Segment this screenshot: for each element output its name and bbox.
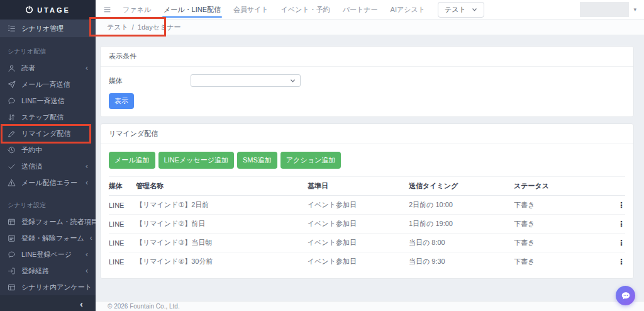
media-cell: LINE: [109, 252, 136, 271]
name-cell: 【リマインド④】30分前: [136, 252, 308, 271]
sidebar-item-s2-5[interactable]: シナリオ内アンケート: [0, 279, 96, 295]
sidebar-item-s1-5[interactable]: リマインダ配信: [0, 125, 96, 142]
sidebar-item-label: LINE登録ページ: [21, 250, 72, 259]
topnav-tab-2[interactable]: メール・LINE配信: [157, 0, 227, 20]
kebab-menu-icon[interactable]: ⋮: [618, 196, 625, 215]
name-cell: 【リマインド③】当日朝: [136, 234, 308, 252]
basedate-cell: イベント参加日: [308, 196, 409, 215]
reminder-card: リマインダ配信 メール追加LINEメッセージ追加SMS追加アクション追加 媒体管…: [100, 123, 634, 279]
add-button-4[interactable]: アクション追加: [280, 152, 341, 169]
media-field-label: 媒体: [109, 76, 191, 86]
logo[interactable]: UTAGE: [0, 0, 96, 20]
breadcrumb-page: 1dayセミナー: [138, 23, 181, 32]
media-cell: LINE: [109, 215, 136, 234]
kebab-menu-icon[interactable]: ⋮: [618, 252, 625, 271]
breadcrumb: テスト / 1dayセミナー: [96, 20, 644, 35]
pencil-icon: [8, 130, 16, 138]
show-button[interactable]: 表示: [109, 93, 134, 109]
sidebar-item-label: ステップ配信: [21, 113, 64, 122]
chevron-left-icon: ‹: [86, 251, 88, 258]
history-icon: [8, 146, 16, 154]
chevron-left-icon: ‹: [90, 234, 92, 242]
breadcrumb-separator: /: [132, 23, 134, 31]
sidebar-item-label: メール一斉送信: [21, 80, 70, 89]
list-icon: [8, 25, 16, 33]
sidebar-section-title: シナリオ設定: [0, 191, 96, 213]
topnav-tab-1[interactable]: ファネル: [116, 0, 157, 20]
sidebar-item-s1-6[interactable]: 予約中: [0, 142, 96, 158]
basedate-cell: イベント参加日: [308, 252, 409, 271]
topnav-tab-5[interactable]: パートナー: [336, 0, 384, 20]
sidebar-item-s2-4[interactable]: 登録経路‹: [0, 263, 96, 279]
chevron-down-icon: [472, 7, 477, 13]
sidebar-item-label: 送信済: [21, 162, 42, 171]
table-header: 管理名称: [136, 177, 308, 196]
sidebar-item-s1-8[interactable]: メール配信エラー‹: [0, 174, 96, 191]
sidebar-item-s1-4[interactable]: ステップ配信: [0, 109, 96, 125]
sidebar-item-s1-1[interactable]: 読者‹: [0, 60, 96, 76]
send-icon: [8, 81, 16, 89]
table-header-actions: [618, 177, 625, 196]
app-root: UTAGE シナリオ管理 シナリオ配信読者‹メール一斉送信LINE一斉送信ステッ…: [0, 0, 644, 311]
chevron-down-icon: [290, 78, 296, 84]
add-buttons-row: メール追加LINEメッセージ追加SMS追加アクション追加: [109, 152, 625, 169]
chat-support-button[interactable]: [616, 286, 635, 305]
sidebar-item-label: メール配信エラー: [21, 178, 77, 188]
scenario-selector-button[interactable]: テスト: [438, 2, 484, 18]
filter-card-title: 表示条件: [101, 47, 633, 67]
media-cell: LINE: [109, 196, 136, 215]
sidebar-item-s2-1[interactable]: 登録フォーム・読者項目: [0, 213, 96, 230]
sidebar-item-s1-3[interactable]: LINE一斉送信: [0, 93, 96, 109]
status-cell: 下書き: [514, 215, 618, 234]
filter-card: 表示条件 媒体 表示: [100, 46, 634, 117]
caret-down-icon[interactable]: ▾: [633, 6, 636, 13]
hamburger-menu-icon[interactable]: [103, 6, 111, 14]
sidebar-item-label: 登録フォーム・読者項目: [21, 217, 96, 227]
sidebar-item-label: 登録経路: [21, 266, 49, 276]
chat-icon: [8, 251, 16, 259]
utage-logo-icon: [25, 6, 33, 14]
kebab-menu-icon[interactable]: ⋮: [618, 234, 625, 252]
topnav-tab-3[interactable]: 会員サイト: [227, 0, 275, 20]
signin-icon: [8, 267, 16, 275]
table-row: LINE【リマインド②】前日イベント参加日1日前の 19:00下書き⋮: [109, 215, 625, 234]
sidebar-item-scenario-management[interactable]: シナリオ管理: [0, 20, 96, 37]
timing-cell: 2日前の 10:00: [409, 196, 514, 215]
footer: © 2026 Fountain Co., Ltd.: [96, 301, 644, 311]
sidebar-item-s1-2[interactable]: メール一斉送信: [0, 76, 96, 93]
sidebar-item-s1-7[interactable]: 送信済‹: [0, 158, 96, 174]
status-cell: 下書き: [514, 196, 618, 215]
sidebar-item-label: リマインダ配信: [21, 129, 70, 139]
add-button-3[interactable]: SMS追加: [237, 152, 277, 169]
table-header: ステータス: [514, 177, 618, 196]
basedate-cell: イベント参加日: [308, 215, 409, 234]
media-select[interactable]: [191, 74, 301, 87]
brand-name: UTAGE: [37, 6, 70, 14]
sidebar-item-s2-3[interactable]: LINE登録ページ‹: [0, 246, 96, 263]
sidebar-item-label: 登録・解除フォーム: [21, 234, 84, 243]
chevron-left-icon: ‹: [80, 298, 83, 309]
check-icon: [8, 162, 16, 171]
topnav-tab-4[interactable]: イベント・予約: [275, 0, 336, 20]
add-button-1[interactable]: メール追加: [109, 152, 155, 169]
breadcrumb-section[interactable]: テスト: [107, 23, 128, 32]
sidebar-section-title: シナリオ配信: [0, 37, 96, 60]
timing-cell: 1日前の 19:00: [409, 215, 514, 234]
topnav-tab-6[interactable]: AIアシスト: [384, 0, 431, 20]
table-row: LINE【リマインド④】30分前イベント参加日当日の 9:30下書き⋮: [109, 252, 625, 271]
chevron-left-icon: ‹: [86, 267, 88, 274]
sidebar-collapse-button[interactable]: ‹: [0, 295, 96, 311]
chevron-left-icon: ‹: [86, 162, 88, 170]
user-account-area[interactable]: [580, 2, 629, 17]
top-navigation: ファネルメール・LINE配信会員サイトイベント・予約パートナーAIアシスト テス…: [96, 0, 644, 20]
table-row: LINE【リマインド③】当日朝イベント参加日当日の 8:00下書き⋮: [109, 234, 625, 252]
sidebar-menu: シナリオ配信読者‹メール一斉送信LINE一斉送信ステップ配信リマインダ配信予約中…: [0, 37, 96, 295]
content-area: 表示条件 媒体 表示 リマインダ配信 メール追加LINEメッセージ追加SMS追加: [96, 35, 644, 301]
status-cell: 下書き: [514, 234, 618, 252]
sidebar-item-label: 読者: [21, 64, 35, 73]
kebab-menu-icon[interactable]: ⋮: [618, 215, 625, 234]
sidebar-item-s2-2[interactable]: 登録・解除フォーム‹: [0, 230, 96, 246]
table-header: 媒体: [109, 177, 136, 196]
add-button-2[interactable]: LINEメッセージ追加: [158, 152, 235, 169]
table-icon: [8, 218, 16, 226]
